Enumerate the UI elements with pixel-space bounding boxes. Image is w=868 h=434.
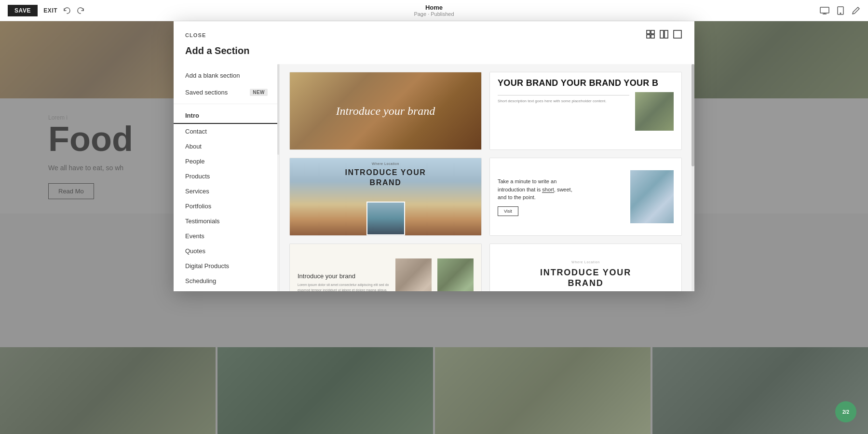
tpl3-headline: INTRODUCE YOURBRAND xyxy=(290,168,481,188)
sidebar-blank-section[interactable]: Add a blank section xyxy=(174,68,279,83)
template-card-3[interactable]: Where Location INTRODUCE YOURBRAND xyxy=(289,158,482,236)
template-card-4[interactable]: Take a minute to write an introduction t… xyxy=(489,158,682,236)
svg-point-2 xyxy=(840,13,841,14)
sidebar-item-contact[interactable]: Contact xyxy=(174,124,279,139)
tpl4-image xyxy=(630,170,674,223)
content-scrollbar-thumb xyxy=(692,64,694,166)
template-preview-5: Introduce your brand Lorem ipsum dolor s… xyxy=(290,244,481,291)
sidebar-item-intro[interactable]: Intro xyxy=(174,108,279,124)
single-view-button[interactable] xyxy=(672,29,683,41)
sidebar-saved-sections[interactable]: Saved sections NEW xyxy=(174,85,279,100)
templates-grid: Introduce your brand YOUR BRAND YOUR BRA… xyxy=(289,72,682,291)
tpl6-location: Where Location xyxy=(571,260,600,264)
sidebar-item-products[interactable]: Products xyxy=(174,169,279,184)
toolbar-center: Home Page · Published xyxy=(414,4,454,17)
tpl5-body: Lorem ipsum dolor sit amet consectetur a… xyxy=(298,283,390,291)
sidebar-item-testimonials[interactable]: Testimonials xyxy=(174,214,279,229)
tpl3-location: Where Location xyxy=(290,162,481,165)
template-preview-3: Where Location INTRODUCE YOURBRAND xyxy=(290,158,481,235)
sidebar-scrollbar xyxy=(277,64,279,291)
page-status: Page · Published xyxy=(414,11,454,17)
tpl5-title: Introduce your brand xyxy=(298,272,390,280)
sidebar-item-portfolios[interactable]: Portfolios xyxy=(174,199,279,214)
template-card-5[interactable]: Introduce your brand Lorem ipsum dolor s… xyxy=(289,244,482,291)
toolbar: SAVE EXIT Home Page · Published xyxy=(0,0,868,21)
desktop-view-button[interactable] xyxy=(820,7,829,14)
templates-content-area[interactable]: Introduce your brand YOUR BRAND YOUR BRA… xyxy=(280,64,692,291)
tpl2-image xyxy=(635,92,674,131)
sidebar-item-quotes[interactable]: Quotes xyxy=(174,244,279,258)
tpl2-marquee-text: YOUR BRAND YOUR BRAND YOUR B xyxy=(498,78,674,88)
tpl2-desc: Short description text goes here with so… xyxy=(498,98,629,104)
toolbar-left: SAVE EXIT xyxy=(8,5,84,16)
tpl6-title: INTRODUCE YOURBRAND xyxy=(540,268,631,288)
modal-title: Add a Section xyxy=(174,41,694,64)
sidebar-item-people[interactable]: People xyxy=(174,154,279,169)
svg-rect-3 xyxy=(647,30,650,34)
template-preview-2: YOUR BRAND YOUR BRAND YOUR B Short descr… xyxy=(490,72,681,149)
svg-rect-7 xyxy=(660,30,664,38)
tpl4-heading: Take a minute to write an introduction t… xyxy=(498,177,623,202)
template-preview-4: Take a minute to write an introduction t… xyxy=(490,158,681,235)
svg-rect-5 xyxy=(647,35,650,38)
toolbar-right xyxy=(820,6,860,15)
sidebar-item-digital-products[interactable]: Digital Products xyxy=(174,258,279,273)
template-card-1[interactable]: Introduce your brand xyxy=(289,72,482,150)
template-preview-6: Where Location INTRODUCE YOURBRAND Visit xyxy=(490,244,681,291)
tpl5-image2 xyxy=(437,258,474,291)
tablet-view-button[interactable] xyxy=(837,6,844,15)
tpl5-image1 xyxy=(395,258,432,291)
tpl4-text: Take a minute to write an introduction t… xyxy=(498,177,623,216)
sidebar-item-donations[interactable]: Donations xyxy=(174,288,279,291)
edit-mode-button[interactable] xyxy=(852,6,860,15)
svg-rect-6 xyxy=(651,35,654,38)
sidebar-item-about[interactable]: About xyxy=(174,139,279,154)
sidebar-item-services[interactable]: Services xyxy=(174,184,279,199)
undo-button[interactable] xyxy=(63,7,71,14)
template-card-6[interactable]: Where Location INTRODUCE YOURBRAND Visit xyxy=(489,244,682,291)
template-card-2[interactable]: YOUR BRAND YOUR BRAND YOUR B Short descr… xyxy=(489,72,682,150)
tpl4-button: Visit xyxy=(498,206,518,216)
sidebar-item-scheduling[interactable]: Scheduling xyxy=(174,273,279,288)
modal-body: Add a blank section Saved sections NEW I… xyxy=(174,64,694,291)
tpl2-content: Short description text goes here with so… xyxy=(498,92,674,144)
svg-rect-0 xyxy=(820,7,829,13)
tpl5-text: Introduce your brand Lorem ipsum dolor s… xyxy=(298,272,390,291)
svg-rect-8 xyxy=(665,30,668,38)
redo-button[interactable] xyxy=(77,7,84,14)
template-preview-1: Introduce your brand xyxy=(290,72,481,149)
close-button[interactable]: CLOSE xyxy=(185,32,206,38)
grid-large-view-button[interactable] xyxy=(659,29,669,41)
modal-header: CLOSE xyxy=(174,21,694,41)
tpl3-image xyxy=(366,202,405,235)
sidebar-scrollbar-thumb xyxy=(277,64,279,155)
exit-button[interactable]: EXIT xyxy=(43,7,57,14)
tpl1-headline: Introduce your brand xyxy=(336,105,435,118)
grid-small-view-button[interactable] xyxy=(645,29,656,41)
content-scrollbar[interactable] xyxy=(692,64,694,291)
view-toggle xyxy=(645,29,683,41)
svg-rect-9 xyxy=(674,30,681,38)
page-title: Home xyxy=(414,4,454,11)
tpl2-text: Short description text goes here with so… xyxy=(498,92,629,104)
new-badge: NEW xyxy=(250,89,268,96)
section-type-sidebar: Add a blank section Saved sections NEW I… xyxy=(174,64,280,291)
svg-rect-4 xyxy=(651,30,654,34)
add-section-modal: CLOSE Ad xyxy=(174,21,694,291)
save-button[interactable]: SAVE xyxy=(8,5,38,16)
tpl2-line xyxy=(498,95,629,95)
sidebar-item-events[interactable]: Events xyxy=(174,229,279,244)
sidebar-divider xyxy=(174,104,279,104)
floating-badge[interactable]: 2/2 xyxy=(835,401,856,422)
